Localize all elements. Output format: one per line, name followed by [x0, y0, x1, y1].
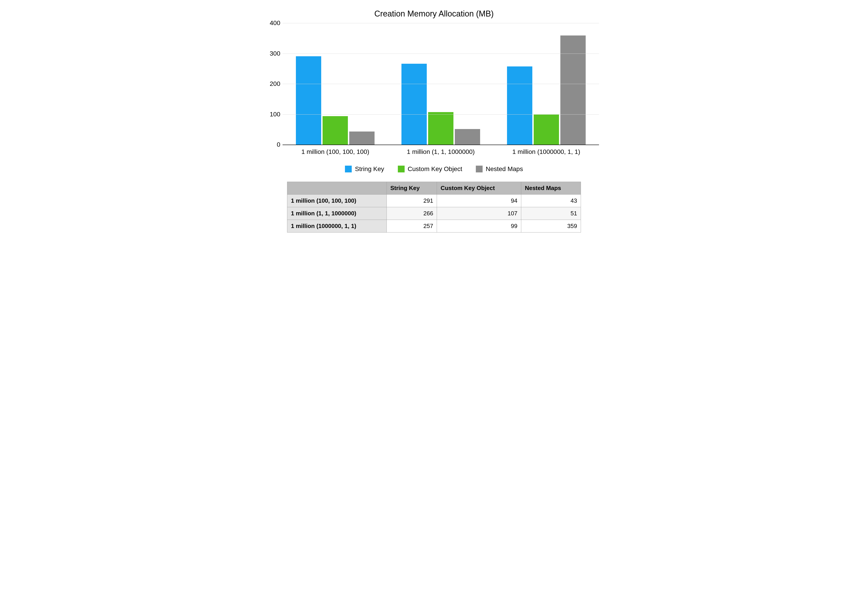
legend-item: Custom Key Object — [398, 166, 462, 173]
data-table: String KeyCustom Key ObjectNested Maps 1… — [287, 182, 581, 232]
table-row: 1 million (1, 1, 1000000)26610751 — [287, 207, 581, 220]
bar — [455, 129, 480, 145]
bar — [401, 64, 427, 145]
bar — [560, 36, 586, 145]
chart-plot-area: 0100200300400 1 million (100, 100, 100)1… — [282, 23, 599, 159]
table-row: 1 million (100, 100, 100)2919443 — [287, 195, 581, 207]
legend-label: Custom Key Object — [408, 166, 462, 173]
table-header-cell: Nested Maps — [521, 182, 581, 195]
table-cell: 257 — [386, 220, 437, 232]
legend-label: String Key — [355, 166, 384, 173]
x-axis-labels: 1 million (100, 100, 100)1 million (1, 1… — [282, 145, 599, 159]
legend-swatch — [398, 166, 405, 172]
data-table-container: String KeyCustom Key ObjectNested Maps 1… — [287, 182, 581, 232]
y-tick-label: 100 — [267, 111, 280, 118]
bar — [322, 116, 348, 145]
y-tick-label: 300 — [267, 50, 280, 57]
chart-container: Creation Memory Allocation (MB) 01002003… — [262, 0, 606, 241]
bar — [349, 131, 375, 145]
legend: String KeyCustom Key ObjectNested Maps — [262, 166, 606, 173]
x-tick-label: 1 million (100, 100, 100) — [282, 145, 388, 159]
table-cell: 94 — [437, 195, 521, 207]
table-row-header: 1 million (1, 1, 1000000) — [287, 207, 387, 220]
y-tick-label: 200 — [267, 80, 280, 87]
table-cell: 291 — [386, 195, 437, 207]
table-cell: 107 — [437, 207, 521, 220]
bar — [507, 67, 532, 145]
plot: 0100200300400 — [282, 23, 599, 145]
legend-swatch — [345, 166, 352, 172]
bar — [428, 112, 453, 145]
grid-line — [282, 23, 599, 23]
y-tick-label: 400 — [267, 19, 280, 27]
table-cell: 266 — [386, 207, 437, 220]
chart-title: Creation Memory Allocation (MB) — [262, 9, 606, 19]
table-cell: 51 — [521, 207, 581, 220]
table-header-cell: String Key — [386, 182, 437, 195]
legend-item: String Key — [345, 166, 384, 173]
legend-swatch — [476, 166, 483, 172]
x-tick-label: 1 million (1000000, 1, 1) — [493, 145, 599, 159]
x-tick-label: 1 million (1, 1, 1000000) — [388, 145, 494, 159]
bar — [534, 114, 559, 145]
table-row: 1 million (1000000, 1, 1)25799359 — [287, 220, 581, 232]
table-corner-cell — [287, 182, 387, 195]
legend-label: Nested Maps — [486, 166, 523, 173]
table-header-cell: Custom Key Object — [437, 182, 521, 195]
table-cell: 99 — [437, 220, 521, 232]
table-row-header: 1 million (1000000, 1, 1) — [287, 220, 387, 232]
legend-item: Nested Maps — [476, 166, 523, 173]
table-row-header: 1 million (100, 100, 100) — [287, 195, 387, 207]
table-cell: 359 — [521, 220, 581, 232]
y-tick-label: 0 — [267, 141, 280, 148]
bar — [296, 56, 321, 145]
table-cell: 43 — [521, 195, 581, 207]
